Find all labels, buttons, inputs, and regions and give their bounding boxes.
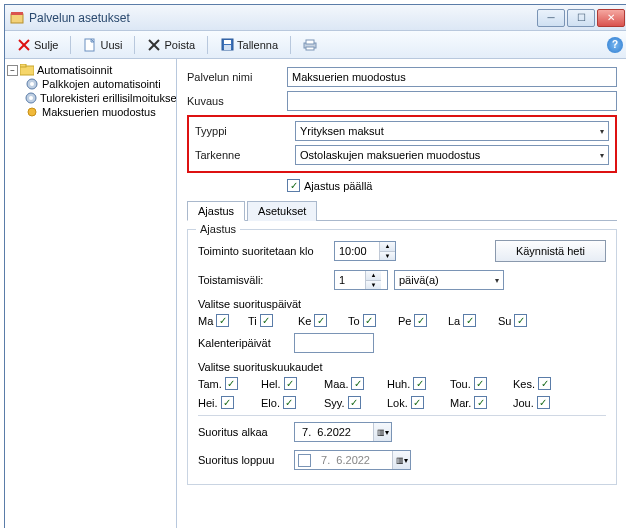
month-check[interactable]: ✓ [411,396,424,409]
day-check-pe[interactable]: ✓ [414,314,427,327]
tab-settings[interactable]: Asetukset [247,201,317,221]
new-label: Uusi [100,39,122,51]
spinner-up-icon[interactable]: ▲ [380,242,395,252]
calendar-days-input[interactable] [294,333,374,353]
month-label: Lok. [387,397,408,409]
months-row2: Hei.✓ Elo.✓ Syy.✓ Lok.✓ Mar.✓ Jou.✓ [198,396,606,409]
highlighted-section: Tyyppi Yrityksen maksut ▾ Tarkenne Ostol… [187,115,617,173]
day-check-la[interactable]: ✓ [463,314,476,327]
gear-icon [25,78,39,90]
svg-point-16 [30,82,34,86]
day-check-su[interactable]: ✓ [514,314,527,327]
tree-root-label: Automatisoinnit [37,64,112,76]
calendar-icon[interactable]: ▥▾ [373,423,391,441]
interval-spinner[interactable]: ▲▼ [334,270,388,290]
tree-item-0[interactable]: Palkkojen automatisointi [25,77,174,91]
day-label: Pe [398,315,411,327]
save-icon [220,38,234,52]
form-pane: Palvelun nimi Kuvaus Tyyppi Yrityksen ma… [177,59,626,528]
month-check[interactable]: ✓ [474,396,487,409]
day-check-ma[interactable]: ✓ [216,314,229,327]
maximize-button[interactable]: ☐ [567,9,595,27]
run-at-spinner[interactable]: ▲▼ [334,241,396,261]
save-button[interactable]: Tallenna [214,36,284,54]
run-now-button[interactable]: Käynnistä heti [495,240,606,262]
day-check-ti[interactable]: ✓ [260,314,273,327]
new-button[interactable]: Uusi [77,36,128,54]
month-check[interactable]: ✓ [225,377,238,390]
delete-button[interactable]: Poista [141,36,201,54]
close-window-button[interactable]: ✕ [597,9,625,27]
day-check-ke[interactable]: ✓ [314,314,327,327]
scheduling-on-checkbox[interactable]: ✓ [287,179,300,192]
svg-rect-11 [306,40,314,44]
month-check[interactable]: ✓ [538,377,551,390]
day-label: Su [498,315,511,327]
days-row: Ma✓ Ti✓ Ke✓ To✓ Pe✓ La✓ Su✓ [198,314,606,327]
svg-rect-8 [224,40,231,44]
svg-rect-9 [224,45,231,50]
help-button[interactable]: ? [607,37,623,53]
interval-unit-select[interactable]: päivä(a) ▾ [394,270,504,290]
month-check[interactable]: ✓ [348,396,361,409]
end-date-picker[interactable]: ▥▾ [294,450,411,470]
svg-rect-1 [11,12,23,15]
month-check[interactable]: ✓ [474,377,487,390]
start-date-picker[interactable]: ▥▾ [294,422,392,442]
spinner-down-icon[interactable]: ▼ [380,252,395,261]
month-check[interactable]: ✓ [413,377,426,390]
day-check-to[interactable]: ✓ [363,314,376,327]
close-icon [17,38,31,52]
type-select[interactable]: Yrityksen maksut ▾ [295,121,609,141]
tree-root[interactable]: − Automatisoinnit [7,63,174,77]
tree-item-1[interactable]: Tulorekisteri erillisilmoitukse [25,91,174,105]
month-check[interactable]: ✓ [537,396,550,409]
close-label: Sulje [34,39,58,51]
end-enable-checkbox[interactable] [298,454,311,467]
tree-item-2[interactable]: Maksuerien muodostus [25,105,174,119]
start-date-input[interactable] [295,426,373,438]
run-at-input[interactable] [335,242,379,260]
titlebar: Palvelun asetukset ─ ☐ ✕ [5,5,626,31]
end-date-input[interactable] [314,454,392,466]
close-button[interactable]: Sulje [11,36,64,54]
month-label: Tam. [198,378,222,390]
tab-scheduling[interactable]: Ajastus [187,201,245,221]
tabs: Ajastus Asetukset [187,200,617,221]
collapse-icon[interactable]: − [7,65,18,76]
type-value: Yrityksen maksut [300,125,384,137]
desc-label: Kuvaus [187,95,287,107]
month-label: Huh. [387,378,410,390]
chevron-down-icon: ▾ [495,276,499,285]
app-icon [9,10,25,26]
spinner-down-icon[interactable]: ▼ [366,281,381,290]
day-label: Ma [198,315,213,327]
tree-item-label: Maksuerien muodostus [42,106,156,118]
spec-label: Tarkenne [195,149,295,161]
month-check[interactable]: ✓ [283,396,296,409]
month-label: Kes. [513,378,535,390]
window-title: Palvelun asetukset [29,11,537,25]
spinner-up-icon[interactable]: ▲ [366,271,381,281]
desc-input[interactable] [287,91,617,111]
month-check[interactable]: ✓ [351,377,364,390]
svg-point-18 [29,96,33,100]
month-label: Hel. [261,378,281,390]
months-label: Valitse suorituskuukaudet [198,361,606,373]
spec-select[interactable]: Ostolaskujen maksuerien muodostus ▾ [295,145,609,165]
print-button[interactable] [297,36,323,54]
calendar-icon[interactable]: ▥▾ [392,451,410,469]
gear-icon [25,92,37,104]
svg-point-19 [28,108,36,116]
day-label: Ti [248,315,257,327]
month-check[interactable]: ✓ [221,396,234,409]
minimize-button[interactable]: ─ [537,9,565,27]
month-label: Mar. [450,397,471,409]
name-input[interactable] [287,67,617,87]
run-at-label: Toiminto suoritetaan klo [198,245,328,257]
month-check[interactable]: ✓ [284,377,297,390]
calendar-days-label: Kalenteripäivät [198,337,288,349]
interval-input[interactable] [335,271,365,289]
chevron-down-icon: ▾ [600,151,604,160]
chevron-down-icon: ▾ [600,127,604,136]
